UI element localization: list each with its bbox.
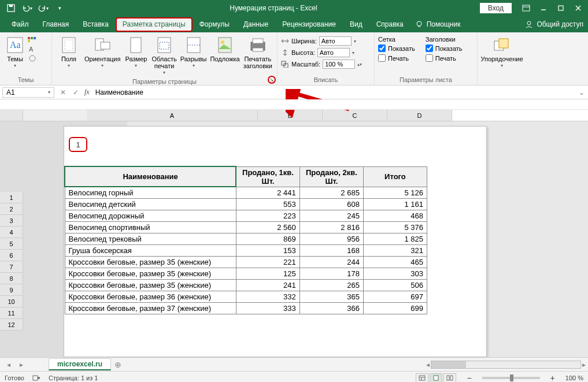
row-header[interactable]: 3 [0,215,23,227]
col-header-A[interactable]: A [87,110,258,121]
ribbon-options-icon[interactable] [519,1,534,15]
headings-show-check[interactable]: Показать [426,44,463,53]
table-row[interactable]: Кроссовки беговые, размер 35 (женские)24… [65,280,427,291]
row-header[interactable]: 12 [0,319,23,331]
col-header-C[interactable]: C [323,110,387,121]
row-header[interactable]: 2 [0,203,23,215]
new-sheet-button[interactable]: ⊕ [111,360,125,369]
view-page-layout-button[interactable] [430,373,442,383]
page-setup-dialog-launcher[interactable]: ↘ [268,76,276,84]
minimize-icon[interactable] [536,1,551,15]
header-name[interactable]: Наименование [65,166,236,187]
name-box[interactable]: A1▾ [2,87,54,98]
hscroll-right[interactable]: ▸ [582,361,586,369]
height-input[interactable] [317,48,350,57]
tab-help[interactable]: Справка [369,17,411,32]
tab-review[interactable]: Рецензирование [275,17,343,32]
accept-formula-icon[interactable]: ✓ [69,88,82,97]
headings-print-check[interactable]: Печать [426,54,463,62]
qat-customize-icon[interactable]: ▾ [52,1,67,15]
tab-nav-next[interactable]: ▸ [17,361,25,369]
cancel-formula-icon[interactable]: ✕ [57,88,69,97]
view-page-break-button[interactable] [443,373,456,383]
status-ready: Готово [5,374,24,381]
width-input[interactable] [319,36,352,46]
header-q1[interactable]: Продано, 1кв. Шт. [236,166,299,187]
table-row[interactable]: Кроссовки беговые, размер 35 (женские)22… [65,257,427,268]
table-row[interactable]: Кроссовки беговые, размер 35 (женские)12… [65,268,427,280]
arrange-button[interactable]: Упорядочение▾ [481,35,523,70]
header-total[interactable]: Итого [363,166,427,187]
share-label: Общий доступ [537,20,583,28]
themes-button[interactable]: Aa Темы▾ [3,35,27,70]
header-q2[interactable]: Продано, 2кв. Шт. [299,166,363,187]
tab-formulas[interactable]: Формулы [193,17,236,32]
row-header[interactable]: 11 [0,307,23,319]
breaks-button[interactable]: Разрывы▾ [179,35,208,70]
share-button[interactable]: Общий доступ [520,20,588,28]
row-header[interactable]: 8 [0,273,23,284]
redo-icon[interactable]: ▾ [36,1,51,15]
row-header[interactable]: 6 [0,250,23,261]
zoom-out-button[interactable]: − [464,373,474,383]
zoom-level[interactable]: 100 % [565,374,583,381]
scale-input[interactable] [323,60,355,69]
table-row[interactable]: Кроссовки беговые, размер 37 (женские)33… [65,303,427,314]
print-titles-button[interactable]: Печатать заголовки [242,35,273,71]
row-header[interactable]: 5 [0,238,23,250]
gridlines-show-check[interactable]: Показать [378,44,415,53]
tab-view[interactable]: Вид [343,17,369,32]
zoom-in-button[interactable]: + [548,373,557,383]
table-row[interactable]: Груша боксерская153168321 [65,245,427,257]
row-header[interactable]: 7 [0,261,23,273]
margins-button[interactable]: Поля▾ [56,35,82,70]
svg-rect-5 [559,6,563,10]
close-icon[interactable] [571,1,586,15]
table-row[interactable]: Велосипед детский5536081 161 [65,199,427,210]
col-header-B[interactable]: B [258,110,323,121]
theme-colors-button[interactable] [28,36,38,44]
select-all-corner[interactable] [0,110,23,121]
undo-icon[interactable]: ▾ [20,1,35,15]
row-header[interactable]: 4 [0,227,23,238]
tell-me[interactable]: Помощник [411,20,465,28]
macro-record-icon[interactable] [32,374,40,381]
svg-rect-44 [447,376,449,380]
orientation-button[interactable]: Ориентация▾ [83,35,121,70]
save-icon[interactable] [3,1,19,15]
expand-formula-icon[interactable]: ⌄ [575,88,588,97]
data-table[interactable]: Наименование Продано, 1кв. Шт. Продано, … [64,166,427,314]
tab-nav-prev[interactable]: ◂ [0,361,17,369]
size-button[interactable]: Размер▾ [123,35,149,70]
view-normal-button[interactable] [416,373,428,383]
tab-data[interactable]: Данные [236,17,275,32]
formula-input[interactable] [92,87,575,98]
tab-page-layout[interactable]: Разметка страницы [116,17,193,32]
zoom-slider[interactable] [482,377,540,379]
tab-home[interactable]: Главная [36,17,76,32]
group-page-setup-label: Параметры страницы [56,77,273,87]
fx-icon[interactable]: fx [82,88,92,97]
sheet-tab[interactable]: microexcel.ru [49,358,111,370]
table-row[interactable]: Кроссовки беговые, размер 36 (женские)33… [65,291,427,303]
table-row[interactable]: Велосипед горный2 4412 6855 126 [65,187,427,199]
row-header[interactable]: 1 [0,192,23,203]
theme-fonts-button[interactable]: A [28,45,38,53]
print-area-button[interactable]: Область печати▾ [150,35,177,77]
hscroll-left[interactable]: ◂ [426,361,430,369]
tab-insert[interactable]: Вставка [76,17,116,32]
background-button[interactable]: Подложка [209,35,241,64]
table-row[interactable]: Велосипед спортивный2 5602 8165 376 [65,222,427,233]
gridlines-print-check[interactable]: Печать [378,54,415,62]
table-row[interactable]: Велосипед трековый8699561 825 [65,233,427,245]
login-button[interactable]: Вход [480,3,512,13]
row-header[interactable]: 9 [0,284,23,296]
status-page: Страница: 1 из 1 [49,374,98,381]
tab-file[interactable]: Файл [5,17,36,32]
row-header[interactable]: 10 [0,296,23,307]
table-row[interactable]: Велосипед дорожный223245468 [65,210,427,222]
theme-effects-button[interactable] [28,54,38,62]
hscroll-bar[interactable] [431,361,581,369]
col-header-D[interactable]: D [387,110,452,121]
maximize-icon[interactable] [553,1,568,15]
